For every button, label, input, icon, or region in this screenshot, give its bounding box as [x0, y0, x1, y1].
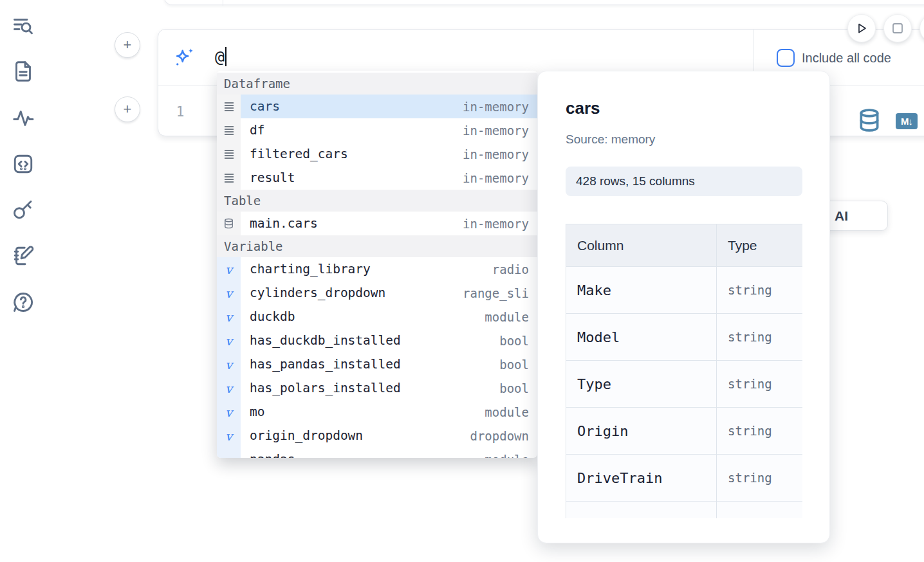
- autocomplete-item-type: in-memory: [463, 171, 537, 185]
- schema-row: Modelstring: [566, 314, 803, 361]
- autocomplete-item-main: pandasmodule: [241, 448, 537, 458]
- schema-table-wrapper: Column Type MakestringModelstringTypestr…: [566, 224, 802, 518]
- autocomplete-section-header: Variable: [217, 235, 537, 257]
- schema-column-type: string: [717, 455, 803, 502]
- autocomplete-item-gutter: v: [217, 257, 241, 281]
- play-icon: [855, 22, 868, 35]
- schema-row: [566, 502, 803, 519]
- variable-icon: v: [225, 453, 232, 458]
- run-cell-button[interactable]: [847, 14, 876, 42]
- autocomplete-item-name: charting_library: [241, 262, 371, 276]
- schema-column-type: [717, 502, 803, 519]
- autocomplete-item[interactable]: carsin-memory: [217, 95, 537, 118]
- autocomplete-item-name: pandas: [241, 452, 295, 458]
- autocomplete-item-main: carsin-memory: [241, 95, 537, 118]
- schema-row: Makestring: [566, 267, 803, 314]
- markdown-badge-icon[interactable]: M↓: [896, 113, 918, 129]
- variable-icon: v: [225, 262, 232, 276]
- autocomplete-item-type: in-memory: [463, 217, 537, 231]
- autocomplete-item-name: duckdb: [241, 309, 295, 324]
- autocomplete-item-type: in-memory: [463, 100, 537, 114]
- key-icon[interactable]: [12, 198, 35, 221]
- autocomplete-item-gutter: v: [217, 400, 241, 424]
- notebook-edit-icon[interactable]: [12, 244, 35, 267]
- autocomplete-item-name: main.cars: [241, 216, 318, 231]
- autocomplete-item-gutter: v: [217, 281, 241, 305]
- add-cell-above-button[interactable]: +: [115, 32, 140, 58]
- autocomplete-item-main: has_pandas_installedbool: [241, 352, 537, 376]
- autocomplete-item[interactable]: vcharting_libraryradio: [217, 257, 537, 281]
- autocomplete-item-gutter: v: [217, 329, 241, 352]
- autocomplete-item[interactable]: main.carsin-memory: [217, 212, 537, 235]
- autocomplete-item-gutter: v: [217, 352, 241, 376]
- schema-row: Typestring: [566, 361, 803, 408]
- add-cell-below-button[interactable]: +: [115, 96, 140, 122]
- stop-icon: [891, 22, 904, 35]
- autocomplete-item-gutter: [217, 118, 241, 142]
- database-icon: [223, 218, 234, 229]
- schema-column-name: Origin: [566, 408, 717, 455]
- autocomplete-item[interactable]: vhas_pandas_installedbool: [217, 352, 537, 376]
- autocomplete-item-gutter: v: [217, 424, 241, 448]
- autocomplete-item-name: cylinders_dropdown: [241, 286, 385, 300]
- autocomplete-item-gutter: [217, 95, 241, 118]
- variable-icon: v: [225, 286, 232, 300]
- schema-column-type: string: [717, 267, 803, 314]
- variable-icon: v: [225, 381, 232, 395]
- autocomplete-item-name: cars: [241, 99, 280, 114]
- autocomplete-item[interactable]: vmomodule: [217, 400, 537, 424]
- autocomplete-item[interactable]: vhas_polars_installedbool: [217, 376, 537, 400]
- stop-button[interactable]: [883, 14, 912, 42]
- help-chat-icon[interactable]: [12, 291, 35, 314]
- text-caret: [225, 47, 226, 66]
- autocomplete-item-name: origin_dropdown: [241, 428, 363, 443]
- sidebar: [0, 0, 46, 562]
- preview-stats-badge: 428 rows, 15 columns: [566, 167, 802, 196]
- autocomplete-item[interactable]: resultin-memory: [217, 166, 537, 190]
- autocomplete-item[interactable]: vorigin_dropdowndropdown: [217, 424, 537, 448]
- autocomplete-item-main: duckdbmodule: [241, 305, 537, 329]
- autocomplete-item-name: has_pandas_installed: [241, 357, 401, 372]
- autocomplete-section-header: Dataframe: [217, 73, 537, 95]
- autocomplete-item-name: filtered_cars: [241, 147, 348, 161]
- dataframe-rows-icon: [223, 173, 235, 183]
- preview-source: Source: memory: [566, 132, 655, 147]
- file-document-icon[interactable]: [12, 60, 35, 83]
- list-search-icon[interactable]: [12, 15, 35, 38]
- schema-row: Originstring: [566, 408, 803, 455]
- autocomplete-item[interactable]: dfin-memory: [217, 118, 537, 142]
- database-icon[interactable]: [857, 108, 882, 132]
- activity-pulse-icon[interactable]: [12, 107, 35, 130]
- autocomplete-item-type: bool: [499, 358, 537, 372]
- autocomplete-dropdown: Dataframecarsin-memorydfin-memoryfiltere…: [217, 71, 537, 458]
- autocomplete-item-type: bool: [499, 334, 537, 348]
- previous-cell-gutter-divider: [223, 0, 223, 6]
- autocomplete-item[interactable]: vcylinders_dropdownrange_sli: [217, 281, 537, 305]
- autocomplete-item[interactable]: vpandasmodule: [217, 448, 537, 458]
- autocomplete-item-gutter: v: [217, 376, 241, 400]
- autocomplete-item-type: dropdown: [470, 429, 537, 443]
- autocomplete-item-type: in-memory: [463, 147, 537, 161]
- code-snippet-icon[interactable]: [12, 152, 35, 176]
- include-all-code-checkbox[interactable]: [777, 49, 795, 67]
- ai-prompt-input[interactable]: @: [215, 47, 226, 66]
- autocomplete-item-main: momodule: [241, 400, 537, 424]
- autocomplete-item-main: charting_libraryradio: [241, 257, 537, 281]
- preview-title: cars: [566, 98, 600, 118]
- autocomplete-item-name: has_duckdb_installed: [241, 333, 401, 348]
- autocomplete-item[interactable]: vduckdbmodule: [217, 305, 537, 329]
- schema-column-name: DriveTrain: [566, 455, 717, 502]
- schema-table: Column Type MakestringModelstringTypestr…: [566, 224, 802, 518]
- autocomplete-item[interactable]: filtered_carsin-memory: [217, 142, 537, 166]
- autocomplete-item-type: module: [485, 310, 537, 324]
- dataframe-rows-icon: [223, 125, 235, 136]
- autocomplete-item-main: main.carsin-memory: [241, 212, 537, 235]
- autocomplete-item-name: mo: [241, 404, 264, 419]
- variable-icon: v: [225, 334, 232, 348]
- autocomplete-item[interactable]: vhas_duckdb_installedbool: [217, 329, 537, 352]
- autocomplete-item-main: cylinders_dropdownrange_sli: [241, 281, 537, 305]
- schema-column-type: string: [717, 314, 803, 361]
- autocomplete-item-gutter: [217, 142, 241, 166]
- dataframe-rows-icon: [223, 149, 235, 159]
- variable-icon: v: [225, 358, 232, 372]
